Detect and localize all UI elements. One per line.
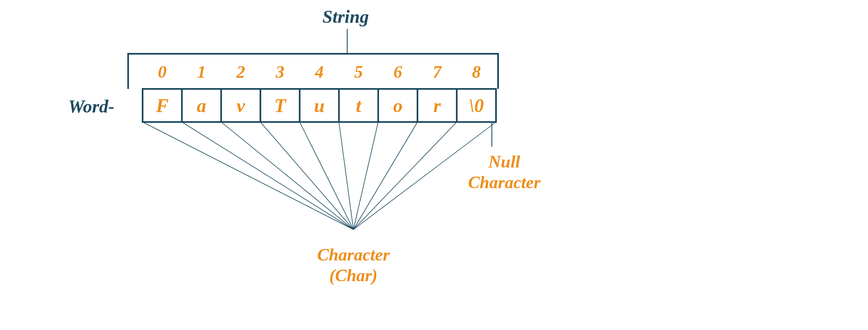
fan-line-0 <box>143 122 353 230</box>
char-5: t <box>356 95 362 116</box>
index-row: 012345678 <box>158 62 481 81</box>
word-label: Word- <box>68 96 114 117</box>
title-string: String <box>322 7 369 27</box>
char-4: u <box>314 95 325 116</box>
char-7: r <box>434 95 441 116</box>
fan-line-1 <box>182 122 353 230</box>
char-6: o <box>393 95 403 116</box>
char-8: \0 <box>469 95 484 116</box>
null-label-line1: Null <box>488 152 520 171</box>
index-2: 2 <box>236 62 245 81</box>
string-diagram: String 012345678 Word- FavTutor\0 Charac… <box>0 0 868 330</box>
char-2: v <box>236 95 245 116</box>
index-4: 4 <box>315 62 324 81</box>
char-fan-lines <box>143 122 496 230</box>
index-row-outline <box>128 54 498 89</box>
char-3: T <box>274 95 286 116</box>
char-1: a <box>197 95 206 116</box>
index-5: 5 <box>354 62 363 81</box>
char-0: F <box>155 95 169 116</box>
fan-line-2 <box>221 122 353 230</box>
index-3: 3 <box>275 62 284 81</box>
index-6: 6 <box>393 62 402 81</box>
char-cells: FavTutor\0 <box>143 89 496 122</box>
fan-line-8 <box>353 122 457 230</box>
null-label-line2: Character <box>468 173 541 192</box>
index-7: 7 <box>433 62 442 81</box>
character-label-line2: (Char) <box>329 266 378 285</box>
index-8: 8 <box>472 62 481 81</box>
fan-line-5 <box>339 122 353 230</box>
character-label-line1: Character <box>317 245 390 264</box>
fan-line-7 <box>353 122 417 230</box>
index-1: 1 <box>197 62 206 81</box>
fan-line-4 <box>300 122 353 230</box>
fan-line-3 <box>260 122 353 230</box>
index-0: 0 <box>158 62 167 81</box>
